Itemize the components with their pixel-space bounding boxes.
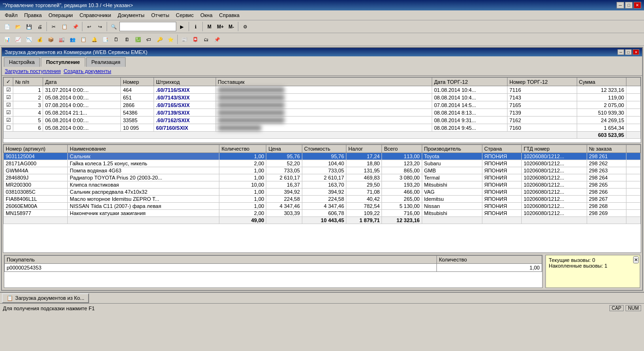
t2-btn12[interactable]: 🗓 <box>122 34 132 45</box>
print-btn[interactable]: 🖨 <box>35 21 45 32</box>
row-checkbox[interactable]: ☑ <box>4 101 13 109</box>
upper-table-row[interactable]: ☑ 5 06.08.2014 0:00:... 33585 .60/7162/S… <box>4 117 641 124</box>
lrow-tax: 18,80 <box>346 160 382 167</box>
settings-btn[interactable]: ⚙ <box>240 21 250 32</box>
t2-btn8[interactable]: 📋 <box>78 34 89 45</box>
lrow-cost: 394,92 <box>302 189 346 196</box>
search-btn[interactable]: 🔍 <box>109 21 119 32</box>
open-btn[interactable]: 📂 <box>13 21 23 32</box>
mplus-btn[interactable]: M+ <box>215 21 226 32</box>
lower-table-row[interactable]: 28171AG000 Гайка колеса 1.25 конус, нике… <box>4 160 641 167</box>
sub-title-text: Загрузка документов из Коммерции (WEB Се… <box>5 49 147 55</box>
lrow-price: 95,76 <box>266 153 302 160</box>
menu-documents[interactable]: Документы <box>115 11 147 19</box>
upper-table-row[interactable]: ☑ 1 31.07.2014 0:00:... 464 .60/7116/SXI… <box>4 86 641 94</box>
t2-btn18[interactable]: 📮 <box>190 34 200 45</box>
cut-btn[interactable]: ✂ <box>48 21 59 32</box>
search-go-btn[interactable]: ▶ <box>177 21 187 32</box>
t2-btn5[interactable]: 📦 <box>45 34 56 45</box>
lrow-article: 26060EM00A <box>4 203 68 210</box>
sub-maximize-btn[interactable]: □ <box>625 49 632 55</box>
menu-help[interactable]: Справка <box>216 11 242 19</box>
upper-table-row[interactable]: ☑ 2 05.08.2014 0:00:... 651 .60/7143/SXI… <box>4 94 641 101</box>
row-checkbox[interactable]: ☑ <box>4 109 13 117</box>
tab-settings[interactable]: Настройка <box>4 57 40 67</box>
lrow-gtd: 10206080/1212... <box>521 153 587 160</box>
menu-file[interactable]: Файл <box>2 11 20 19</box>
lrow-tax: 17,24 <box>346 153 382 160</box>
t2-btn6[interactable]: 🏭 <box>56 34 67 45</box>
col-extra <box>626 78 641 86</box>
new-btn[interactable]: 📄 <box>2 21 12 32</box>
lrow-cost: 224,58 <box>302 196 346 203</box>
menu-reports[interactable]: Отчеты <box>148 11 172 19</box>
row-checkbox[interactable]: ☐ <box>4 124 13 132</box>
mminus-btn[interactable]: M- <box>226 21 236 32</box>
t2-btn13[interactable]: 💹 <box>133 34 143 45</box>
t2-btn9[interactable]: 🔔 <box>89 34 100 45</box>
copy-btn[interactable]: 📋 <box>59 21 70 32</box>
menu-references[interactable]: Справочники <box>77 11 114 19</box>
row-checkbox[interactable]: ☑ <box>4 117 13 124</box>
lcol-price: Цена <box>266 145 302 153</box>
create-docs-link[interactable]: Создать документы <box>63 68 111 74</box>
t2-btn20[interactable]: 📌 <box>212 34 222 45</box>
t2-btn15[interactable]: 🔑 <box>154 34 165 45</box>
tab-sales[interactable]: Реализация <box>86 57 126 67</box>
load-receipts-link[interactable]: Загрузить поступления <box>5 68 61 74</box>
notification-close-btn[interactable]: ✕ <box>633 256 639 263</box>
lower-table-row[interactable]: MR200300 Клипса пластиковая 10,00 16,37 … <box>4 181 641 189</box>
maximize-button[interactable]: □ <box>625 2 633 9</box>
t2-btn4[interactable]: 💰 <box>35 34 45 45</box>
sub-close-btn[interactable]: ✕ <box>633 49 639 55</box>
minimize-button[interactable]: ─ <box>617 2 624 9</box>
lrow-total: 113,00 <box>382 153 422 160</box>
redo-btn[interactable]: ↪ <box>95 21 105 32</box>
upper-table-row[interactable]: ☐ 6 05.08.2014 0:00:... 10 095 60/7160/S… <box>4 124 641 132</box>
lrow-producer: Mitsubishi <box>422 181 482 189</box>
lower-table-row[interactable]: 038103085C Сальник распредвала 47x10x32 … <box>4 189 641 196</box>
search-input[interactable] <box>119 22 176 31</box>
lower-table-row[interactable]: FIA88406L1L Масло моторное Idemitsu ZEPR… <box>4 196 641 203</box>
upper-table-row[interactable]: ☑ 3 07.08.2014 0:00:... 2866 .60/7165/SX… <box>4 101 641 109</box>
lower-table-row[interactable]: 9031125004 Сальник 1,00 95,76 95,76 17,2… <box>4 153 641 160</box>
tab-receipt[interactable]: Поступление <box>41 57 85 67</box>
lrow-price: 2 610,17 <box>266 174 302 181</box>
t2-btn19[interactable]: 🗂 <box>201 34 211 45</box>
lrow-order: 298 264 <box>587 174 626 181</box>
upper-table-row[interactable]: ☑ 4 05.08.2014 21:1... 54386 .60/7139/SX… <box>4 109 641 117</box>
m-btn[interactable]: M <box>204 21 215 32</box>
buyer-table-row[interactable]: p00000254353 1,00 <box>5 264 542 272</box>
menu-edit[interactable]: Правка <box>21 11 45 19</box>
menu-service[interactable]: Сервис <box>173 11 197 19</box>
t2-btn17[interactable]: 📰 <box>179 34 190 45</box>
row-extra <box>626 94 641 101</box>
buyer-table: Покупатель Количество p00000254353 1,00 <box>4 255 542 272</box>
t2-btn2[interactable]: 📈 <box>13 34 23 45</box>
lower-table-row[interactable]: MN158977 Наконечник катушки зажигания 2,… <box>4 210 641 217</box>
undo-btn[interactable]: ↩ <box>84 21 94 32</box>
close-button[interactable]: ✕ <box>634 2 641 9</box>
t2-btn3[interactable]: 📉 <box>24 34 34 45</box>
lrow-producer: Termal <box>422 174 482 181</box>
lower-table-row[interactable]: 2846809J Радиатор TOYOTA Prius 20 (2003-… <box>4 174 641 181</box>
t2-btn14[interactable]: 🏷 <box>144 34 154 45</box>
save-btn[interactable]: 💾 <box>24 21 34 32</box>
row-checkbox[interactable]: ☑ <box>4 86 13 94</box>
lower-table-row[interactable]: GWM44A Помпа водяная 4G63 1,00 733,05 73… <box>4 167 641 174</box>
t2-btn10[interactable]: 📑 <box>100 34 110 45</box>
lrow-producer: Nissan <box>422 203 482 210</box>
sub-minimize-btn[interactable]: ─ <box>617 49 624 55</box>
col-num: № п/п <box>13 78 43 86</box>
paste-btn[interactable]: 📌 <box>70 21 81 32</box>
info-btn[interactable]: ℹ <box>190 21 201 32</box>
menu-windows[interactable]: Окна <box>198 11 216 19</box>
t2-btn1[interactable]: 📊 <box>2 34 12 45</box>
lower-table-row[interactable]: 26060EM00A NISSAN Tiida C11 (2007-) фара… <box>4 203 641 210</box>
menu-operations[interactable]: Операции <box>45 11 75 19</box>
t2-btn11[interactable]: 🗒 <box>111 34 121 45</box>
t2-btn16[interactable]: ⭐ <box>165 34 176 45</box>
row-checkbox[interactable]: ☑ <box>4 94 13 101</box>
taskbar-item[interactable]: 📋 Загрузка документов из Ко... <box>2 293 89 303</box>
t2-btn7[interactable]: 👥 <box>67 34 78 45</box>
